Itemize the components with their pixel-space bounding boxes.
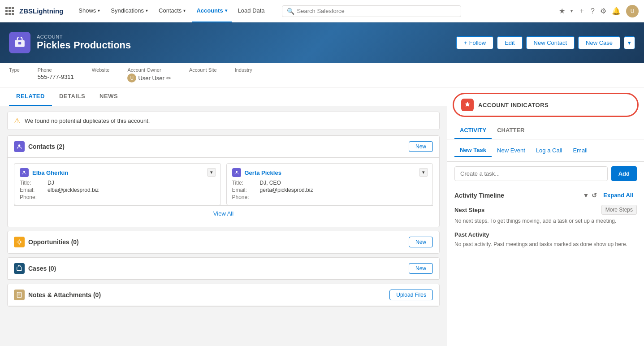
contact-1-dropdown[interactable]: ▾: [207, 168, 216, 177]
contact-1-name[interactable]: Elba Gherkin: [32, 169, 68, 176]
timeline-section: Activity Timeline ▼ ↺ Expand All Next St…: [447, 186, 644, 259]
tab-related[interactable]: RELATED: [9, 87, 52, 106]
contact-2-icon: [232, 168, 241, 177]
warning-icon: ⚠: [14, 117, 20, 125]
task-area: Add: [447, 162, 644, 186]
add-icon[interactable]: ＋: [578, 6, 585, 16]
contact-2-header: Gerta Pickles ▾: [232, 168, 428, 177]
notes-header-left: Notes & Attachments (0): [14, 290, 101, 300]
task-input[interactable]: [454, 166, 608, 181]
contacts-section: Contacts (2) New Elba Gherkin ▾: [7, 135, 440, 227]
notes-title: Notes & Attachments (0): [28, 291, 101, 298]
settings-icon[interactable]: ⚙: [600, 7, 606, 15]
account-icon: [9, 32, 30, 53]
contact-card-1: Elba Gherkin ▾ Title: DJ Email: elba@pic…: [14, 163, 221, 205]
contact-1-phone-value: [48, 194, 215, 200]
search-icon: 🔍: [287, 8, 294, 15]
contacts-new-button[interactable]: New: [409, 141, 433, 152]
tab-details[interactable]: DETAILS: [52, 87, 92, 106]
right-panel: ACCOUNT INDICATORS ACTIVITY CHATTER New …: [447, 87, 644, 346]
contact-1-icon: [20, 168, 29, 177]
contact-1-title-label: Title:: [20, 180, 47, 186]
next-steps-header: Next Steps More Steps: [454, 205, 637, 215]
contact-1-email-label: Email:: [20, 187, 47, 193]
contact-2-title-label: Title:: [232, 180, 259, 186]
banner-left: ACCOUNT Pickles Productions: [9, 32, 131, 53]
banner-account-name: Pickles Productions: [37, 39, 131, 51]
svg-point-3: [23, 171, 25, 173]
right-tab-chatter[interactable]: CHATTER: [492, 122, 530, 139]
past-activity-header: Past Activity: [454, 231, 637, 238]
nav-load-data[interactable]: Load Data: [233, 0, 269, 22]
phone-value: 555-777-9311: [38, 74, 74, 80]
info-type: Type: [9, 67, 20, 74]
contact-2-dropdown[interactable]: ▾: [419, 168, 428, 177]
right-panel-tabs: ACTIVITY CHATTER: [447, 122, 644, 139]
account-banner: ACCOUNT Pickles Productions + Follow Edi…: [0, 22, 644, 63]
owner-edit-icon[interactable]: ✏: [166, 75, 171, 82]
new-event-button[interactable]: New Event: [492, 144, 531, 157]
banner-actions: + Follow Edit New Contact New Case ▾: [456, 36, 635, 49]
notifications-icon[interactable]: 🔔: [612, 7, 621, 15]
next-steps-empty: No next steps. To get things moving, add…: [454, 217, 637, 225]
new-task-button[interactable]: New Task: [454, 144, 492, 157]
svg-rect-6: [17, 267, 22, 271]
accounts-chevron-icon: ▾: [225, 8, 227, 13]
svg-rect-1: [18, 42, 22, 44]
search-bar[interactable]: 🔍: [282, 5, 461, 17]
owner-value: U User User ✏: [127, 74, 171, 82]
follow-button[interactable]: + Follow: [456, 36, 493, 49]
activity-action-buttons: New Task New Event Log a Call Email: [447, 139, 644, 162]
opp-new-button[interactable]: New: [409, 237, 433, 247]
help-icon[interactable]: ?: [591, 7, 595, 15]
email-button[interactable]: Email: [567, 144, 593, 157]
edit-button[interactable]: Edit: [497, 36, 522, 49]
top-nav: ZBSLightning Shows ▾ Syndications ▾ Cont…: [0, 0, 644, 22]
nav-shows[interactable]: Shows ▾: [74, 0, 104, 22]
owner-avatar: U: [127, 74, 136, 82]
add-task-button[interactable]: Add: [611, 166, 637, 181]
expand-all-button[interactable]: Expand All: [600, 190, 637, 200]
avatar-icon[interactable]: U: [626, 5, 639, 17]
contact-2-name[interactable]: Gerta Pickles: [245, 169, 281, 176]
info-owner: Account Owner U User User ✏: [127, 67, 171, 82]
phone-label: Phone: [38, 67, 74, 73]
favorites-icon[interactable]: ★: [559, 7, 565, 15]
nav-contacts[interactable]: Contacts ▾: [154, 0, 190, 22]
nav-accounts[interactable]: Accounts ▾: [192, 0, 231, 22]
notes-icon: [14, 290, 25, 300]
duplicate-warning-text: We found no potential duplicates of this…: [25, 117, 150, 124]
svg-point-4: [236, 171, 238, 173]
more-steps-button[interactable]: More Steps: [601, 205, 637, 215]
tab-news[interactable]: NEWS: [92, 87, 125, 106]
right-tab-activity[interactable]: ACTIVITY: [454, 122, 492, 139]
log-call-button[interactable]: Log a Call: [531, 144, 568, 157]
timeline-header: Activity Timeline ▼ ↺ Expand All: [454, 190, 637, 200]
view-all-link[interactable]: View All: [213, 210, 233, 217]
search-input[interactable]: [297, 8, 456, 14]
favorites-dropdown-icon[interactable]: ▾: [571, 9, 573, 13]
contact-2-details: Title: DJ, CEO Email: gerta@picklesprod.…: [232, 180, 428, 200]
new-case-button[interactable]: New Case: [578, 36, 620, 49]
refresh-icon[interactable]: ↺: [592, 192, 597, 199]
app-nav-items: Shows ▾ Syndications ▾ Contacts ▾ Accoun…: [74, 0, 269, 22]
nav-syndications[interactable]: Syndications ▾: [106, 0, 152, 22]
contact-1-title-value: DJ: [48, 180, 215, 186]
timeline-title: Activity Timeline: [454, 192, 504, 199]
contact-card-2: Gerta Pickles ▾ Title: DJ, CEO Email: ge…: [226, 163, 433, 205]
contacts-view-all: View All: [14, 205, 433, 221]
banner-breadcrumb: ACCOUNT: [37, 34, 131, 39]
filter-icon[interactable]: ▼: [583, 192, 589, 199]
upload-files-button[interactable]: Upload Files: [389, 290, 433, 300]
cases-icon: [14, 263, 25, 274]
opp-header-left: Opportunities (0): [14, 237, 79, 247]
contact-1-email-value: elba@picklesprod.biz: [48, 187, 215, 193]
owner-link[interactable]: User User: [138, 75, 164, 82]
syndications-chevron-icon: ▾: [146, 8, 148, 13]
info-site: Account Site: [189, 67, 217, 74]
cases-new-button[interactable]: New: [409, 263, 433, 274]
app-grid-icon[interactable]: [5, 7, 14, 15]
top-nav-icons: ★ ▾ ＋ ? ⚙ 🔔 U: [559, 5, 639, 17]
actions-dropdown-button[interactable]: ▾: [624, 36, 635, 49]
new-contact-button[interactable]: New Contact: [526, 36, 575, 49]
